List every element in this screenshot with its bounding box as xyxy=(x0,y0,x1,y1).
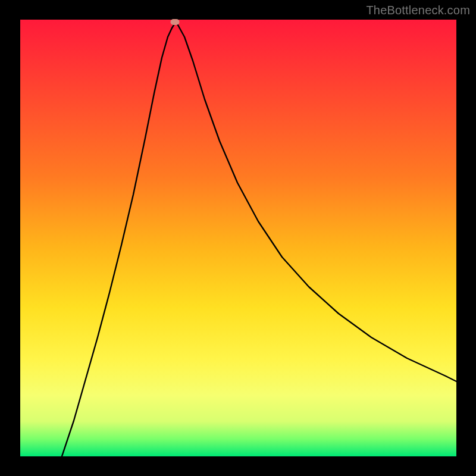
watermark-text: TheBottleneck.com xyxy=(366,4,470,17)
chart-frame: TheBottleneck.com xyxy=(0,0,476,476)
bottleneck-curve xyxy=(20,20,456,456)
optimal-point-marker xyxy=(171,19,180,25)
chart-plot-area xyxy=(20,20,456,456)
